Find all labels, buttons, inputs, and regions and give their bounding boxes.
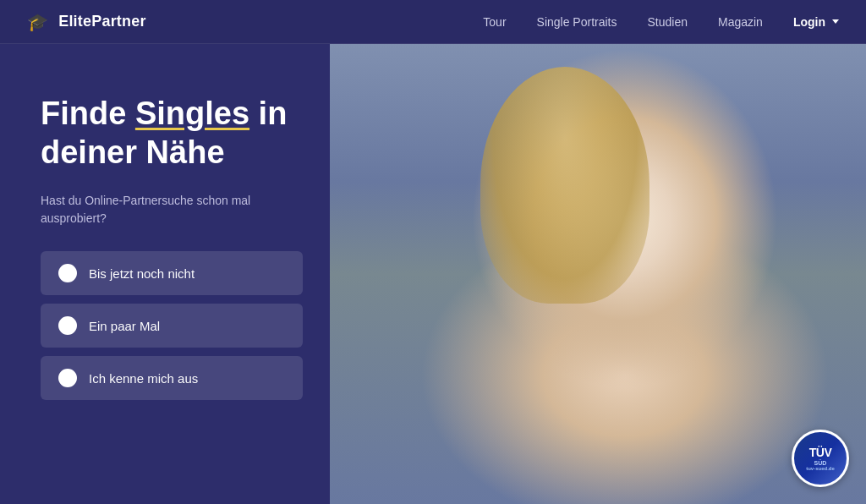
main-headline: Finde Singles in deiner Nähe	[41, 95, 303, 172]
login-label: Login	[793, 15, 825, 29]
nav-studien[interactable]: Studien	[647, 15, 687, 29]
tuv-sub-text: SÜD	[814, 460, 827, 466]
graduation-cap-icon: 🎓	[27, 12, 48, 32]
radio-option-never[interactable]: Bis jetzt noch nicht	[41, 251, 303, 295]
radio-circle-expert	[58, 369, 77, 387]
tuv-main-text: TÜV	[809, 446, 832, 459]
logo[interactable]: 🎓 ElitePartner	[27, 12, 146, 32]
radio-label-expert: Ich kenne mich aus	[89, 371, 198, 386]
site-header: 🎓 ElitePartner Tour Single Portraits Stu…	[0, 0, 866, 44]
headline-singles: Singles	[135, 96, 249, 131]
radio-option-few[interactable]: Ein paar Mal	[41, 304, 303, 348]
main-area: Finde Singles in deiner Nähe Hast du Onl…	[0, 44, 866, 504]
logo-text: ElitePartner	[58, 13, 145, 30]
tuv-bottom-text: tuv-sued.de	[806, 466, 835, 471]
headline-in: in	[249, 96, 287, 131]
right-panel: TÜV SÜD tuv-sued.de	[330, 44, 866, 504]
subtext: Hast du Online-Partnersuche schon mal au…	[41, 192, 303, 227]
radio-option-expert[interactable]: Ich kenne mich aus	[41, 356, 303, 400]
hair-overlay	[480, 67, 650, 304]
radio-label-few: Ein paar Mal	[89, 319, 160, 333]
radio-options-group: Bis jetzt noch nicht Ein paar Mal Ich ke…	[41, 251, 303, 400]
nav-magazin[interactable]: Magazin	[718, 15, 763, 29]
nav-tour[interactable]: Tour	[483, 15, 506, 29]
main-nav: Tour Single Portraits Studien Magazin Lo…	[483, 15, 839, 29]
tuv-badge: TÜV SÜD tuv-sued.de	[792, 430, 849, 487]
nav-single-portraits[interactable]: Single Portraits	[537, 15, 617, 29]
radio-label-never: Bis jetzt noch nicht	[89, 266, 195, 281]
radio-circle-few	[58, 316, 77, 335]
radio-circle-never	[58, 264, 77, 282]
headline-finde: Finde	[41, 96, 135, 131]
headline-line2: deiner Nähe	[41, 134, 225, 170]
login-button[interactable]: Login	[793, 15, 839, 29]
chevron-down-icon	[832, 19, 839, 24]
left-panel: Finde Singles in deiner Nähe Hast du Onl…	[0, 44, 330, 504]
